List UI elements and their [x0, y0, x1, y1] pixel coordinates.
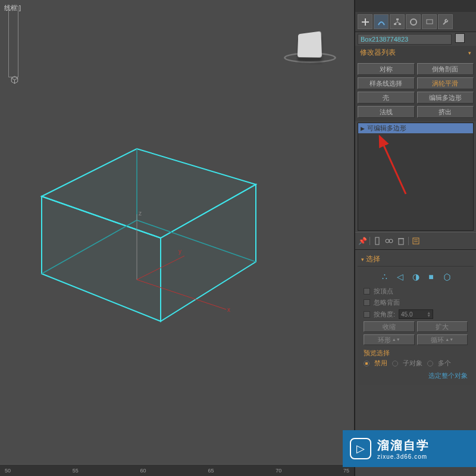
viewport-3d[interactable]: 线框 ] z y x [0, 0, 354, 476]
spinner-arrows-icon[interactable]: ▲▼ [427, 311, 431, 317]
select-whole-object-link[interactable]: 选定整个对象 [364, 371, 468, 380]
radio-subobject-label: 子对象 [403, 359, 422, 368]
utilities-tab-icon[interactable] [438, 14, 453, 29]
modifier-shell-button[interactable]: 壳 [358, 92, 415, 104]
viewcube[interactable] [298, 31, 322, 57]
command-panel: 修改器列表 对称 倒角剖面 样条线选择 涡轮平滑 壳 编辑多边形 法线 挤出 ▶… [354, 0, 476, 476]
timeline-tick: 75 [343, 468, 349, 474]
angle-spinner[interactable]: 45.0 ▲▼ [399, 309, 433, 319]
svg-line-20 [397, 22, 400, 23]
pin-stack-icon[interactable]: 📌 [358, 236, 367, 246]
element-level-icon[interactable] [441, 271, 452, 282]
modifier-bevel-profile-button[interactable]: 倒角剖面 [417, 63, 474, 75]
modifier-stack[interactable]: ▶ 可编辑多边形 [358, 123, 474, 231]
svg-line-2 [15, 78, 18, 80]
loop-button[interactable]: 循环▲▼ [417, 334, 468, 345]
radio-multi[interactable] [427, 361, 433, 367]
configure-sets-icon[interactable] [411, 236, 421, 246]
svg-line-1 [11, 78, 14, 80]
shrink-button[interactable]: 收缩 [364, 321, 415, 332]
radio-disable-label: 禁用 [374, 359, 387, 368]
radio-subobject[interactable] [392, 361, 398, 367]
motion-tab-icon[interactable] [406, 14, 421, 29]
by-angle-row: 按角度: 45.0 ▲▼ [364, 309, 468, 319]
divider [408, 237, 409, 245]
make-unique-icon[interactable] [384, 236, 394, 246]
safe-frame-guide [8, 6, 18, 77]
preview-radio-group: 禁用 子对象 多个 [364, 359, 468, 368]
svg-marker-33 [444, 274, 450, 281]
polygon-level-icon[interactable]: ■ [426, 271, 437, 282]
vertex-level-icon[interactable]: ∴ [380, 271, 390, 282]
play-icon: ▷ [350, 438, 371, 459]
axis-x-label: x [227, 306, 230, 313]
modifier-turbosmooth-button[interactable]: 涡轮平滑 [417, 77, 474, 89]
panel-menubar [355, 0, 476, 12]
by-vertex-checkbox-row[interactable]: 按顶点 [364, 287, 468, 296]
ignore-backface-label: 忽略背面 [374, 298, 400, 307]
ring-button[interactable]: 环形▲▼ [364, 334, 415, 345]
modifier-button-grid: 对称 倒角剖面 样条线选择 涡轮平滑 壳 编辑多边形 法线 挤出 [355, 60, 476, 121]
stack-toolbar: 📌 [355, 232, 476, 250]
svg-line-19 [395, 22, 397, 23]
by-vertex-label: 按顶点 [374, 287, 393, 296]
svg-rect-17 [399, 23, 401, 25]
modifier-spline-select-button[interactable]: 样条线选择 [358, 77, 415, 89]
selection-rollout: 选择 ∴ ◁ ◑ ■ 按顶点 忽略背面 按角度: 45.0 [358, 252, 474, 385]
display-tab-icon[interactable] [422, 14, 437, 29]
edge-level-icon[interactable]: ◁ [395, 271, 406, 282]
preview-selection-label: 预览选择 [364, 349, 468, 358]
rollout-title: 选择 [366, 255, 380, 263]
timeline-tick: 55 [73, 468, 79, 474]
subobject-level-row: ∴ ◁ ◑ ■ [364, 271, 468, 282]
spinner-arrows-icon[interactable]: ▲▼ [392, 335, 400, 345]
svg-rect-25 [375, 237, 379, 245]
angle-value: 45.0 [401, 311, 412, 318]
expand-icon[interactable]: ▶ [361, 126, 365, 131]
object-name-input[interactable] [358, 34, 452, 45]
radio-disable[interactable] [364, 361, 369, 367]
svg-rect-30 [413, 238, 419, 244]
watermark-title: 溜溜自学 [377, 437, 430, 453]
camera-target-icon [10, 75, 19, 84]
svg-line-24 [380, 136, 406, 194]
checkbox-icon[interactable] [364, 299, 370, 306]
svg-rect-15 [396, 18, 399, 20]
modifier-list-dropdown[interactable]: 修改器列表 [355, 46, 476, 60]
timeline-tick: 50 [5, 468, 11, 474]
selection-rollout-header[interactable]: 选择 [358, 252, 474, 267]
panel-tab-row [355, 12, 476, 32]
svg-rect-28 [399, 239, 403, 245]
modify-tab-icon[interactable] [374, 14, 389, 29]
modifier-normal-button[interactable]: 法线 [358, 106, 415, 118]
svg-rect-22 [427, 20, 433, 24]
modifier-edit-poly-button[interactable]: 编辑多边形 [417, 92, 474, 104]
axis-y-label: y [178, 248, 181, 255]
checkbox-icon[interactable] [364, 311, 370, 318]
modifier-symmetry-button[interactable]: 对称 [358, 63, 415, 75]
modifier-extrude-button[interactable]: 挤出 [417, 106, 474, 118]
border-level-icon[interactable]: ◑ [411, 271, 421, 282]
grow-button[interactable]: 扩大 [417, 321, 468, 332]
timeline-tick: 70 [275, 468, 281, 474]
watermark-url: zixue.3d66.com [377, 453, 430, 460]
radio-multi-label: 多个 [438, 359, 451, 368]
show-end-result-icon[interactable] [372, 236, 382, 246]
ignore-backface-checkbox-row[interactable]: 忽略背面 [364, 298, 468, 307]
svg-point-21 [411, 19, 416, 25]
svg-point-27 [389, 239, 393, 243]
object-color-swatch[interactable] [455, 33, 465, 43]
scene-object-box[interactable]: z y x [30, 149, 268, 327]
timeline-tick: 65 [208, 468, 214, 474]
create-tab-icon[interactable] [358, 14, 372, 29]
remove-modifier-icon[interactable] [396, 236, 406, 246]
svg-point-26 [386, 239, 389, 243]
timeline[interactable]: 50 55 60 65 70 75 [0, 464, 354, 476]
spinner-arrows-icon[interactable]: ▲▼ [445, 335, 453, 345]
axis-z-label: z [139, 210, 142, 217]
annotation-arrow [376, 131, 418, 197]
modifier-list-label: 修改器列表 [360, 48, 396, 58]
hierarchy-tab-icon[interactable] [390, 14, 405, 29]
timeline-tick: 60 [140, 468, 146, 474]
checkbox-icon[interactable] [364, 288, 370, 295]
